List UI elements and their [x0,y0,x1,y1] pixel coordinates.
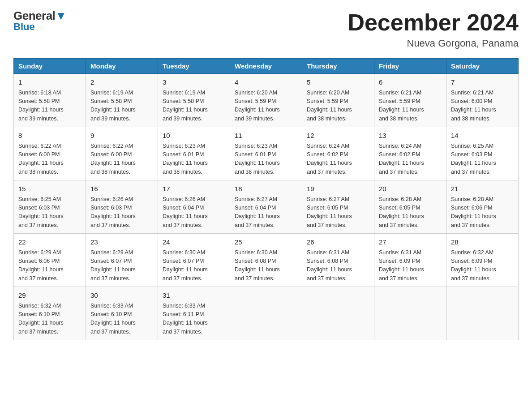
calendar-cell: 24Sunrise: 6:30 AMSunset: 6:07 PMDayligh… [158,234,230,287]
calendar-cell: 8Sunrise: 6:22 AMSunset: 6:00 PMDaylight… [14,127,86,180]
calendar-cell: 13Sunrise: 6:24 AMSunset: 6:02 PMDayligh… [374,127,446,180]
calendar-cell: 25Sunrise: 6:30 AMSunset: 6:08 PMDayligh… [230,234,302,287]
day-number: 31 [163,291,225,301]
day-number: 17 [163,184,225,194]
day-number: 7 [451,77,514,88]
day-number: 11 [235,131,297,141]
day-number: 29 [18,291,81,301]
calendar-cell: 3Sunrise: 6:19 AMSunset: 5:58 PMDaylight… [158,74,230,127]
day-number: 12 [307,131,369,141]
calendar-week-3: 15Sunrise: 6:25 AMSunset: 6:03 PMDayligh… [14,180,519,234]
day-info: Sunrise: 6:25 AMSunset: 6:03 PMDaylight:… [451,142,514,177]
calendar-cell: 18Sunrise: 6:27 AMSunset: 6:04 PMDayligh… [230,180,302,234]
calendar-cell [374,287,446,340]
calendar-week-2: 8Sunrise: 6:22 AMSunset: 6:00 PMDaylight… [14,127,519,180]
day-info: Sunrise: 6:21 AMSunset: 5:59 PMDaylight:… [379,89,442,124]
calendar-cell: 1Sunrise: 6:18 AMSunset: 5:58 PMDaylight… [14,74,86,127]
calendar-cell: 6Sunrise: 6:21 AMSunset: 5:59 PMDaylight… [374,74,446,127]
month-title: December 2024 [348,9,519,36]
calendar-cell: 15Sunrise: 6:25 AMSunset: 6:03 PMDayligh… [14,180,86,234]
day-info: Sunrise: 6:32 AMSunset: 6:10 PMDaylight:… [18,302,81,337]
day-info: Sunrise: 6:20 AMSunset: 5:59 PMDaylight:… [307,89,369,124]
day-info: Sunrise: 6:30 AMSunset: 6:08 PMDaylight:… [235,248,297,283]
day-number: 22 [18,237,81,248]
calendar-cell: 30Sunrise: 6:33 AMSunset: 6:10 PMDayligh… [86,287,158,340]
logo-bottom: Blue [13,21,35,33]
day-number: 25 [235,237,297,248]
calendar-week-4: 22Sunrise: 6:29 AMSunset: 6:06 PMDayligh… [14,234,519,287]
day-number: 23 [90,237,153,248]
day-info: Sunrise: 6:19 AMSunset: 5:58 PMDaylight:… [90,89,153,124]
calendar-cell [302,287,374,340]
calendar-cell: 23Sunrise: 6:29 AMSunset: 6:07 PMDayligh… [86,234,158,287]
calendar-cell: 17Sunrise: 6:26 AMSunset: 6:04 PMDayligh… [158,180,230,234]
title-area: December 2024 Nueva Gorgona, Panama [348,9,519,49]
day-number: 6 [379,77,442,88]
day-info: Sunrise: 6:30 AMSunset: 6:07 PMDaylight:… [163,248,225,283]
day-info: Sunrise: 6:27 AMSunset: 6:04 PMDaylight:… [235,195,297,230]
logo: General▼ Blue [13,9,67,33]
calendar-cell [230,287,302,340]
day-header-tuesday: Tuesday [158,59,230,74]
day-number: 1 [18,77,81,88]
day-info: Sunrise: 6:27 AMSunset: 6:05 PMDaylight:… [307,195,369,230]
day-info: Sunrise: 6:24 AMSunset: 6:02 PMDaylight:… [379,142,442,177]
day-header-wednesday: Wednesday [230,59,302,74]
calendar-cell [446,287,519,340]
calendar-table: SundayMondayTuesdayWednesdayThursdayFrid… [13,58,519,340]
day-number: 2 [90,77,153,88]
day-info: Sunrise: 6:23 AMSunset: 6:01 PMDaylight:… [235,142,297,177]
location: Nueva Gorgona, Panama [348,38,519,49]
calendar-cell: 28Sunrise: 6:32 AMSunset: 6:09 PMDayligh… [446,234,519,287]
day-info: Sunrise: 6:31 AMSunset: 6:09 PMDaylight:… [379,248,442,283]
day-number: 21 [451,184,514,194]
day-info: Sunrise: 6:24 AMSunset: 6:02 PMDaylight:… [307,142,369,177]
day-info: Sunrise: 6:33 AMSunset: 6:11 PMDaylight:… [163,302,225,337]
calendar-cell: 12Sunrise: 6:24 AMSunset: 6:02 PMDayligh… [302,127,374,180]
logo-arrow-icon: ▼ [55,9,66,22]
calendar-cell: 16Sunrise: 6:26 AMSunset: 6:03 PMDayligh… [86,180,158,234]
day-number: 19 [307,184,369,194]
calendar-cell: 10Sunrise: 6:23 AMSunset: 6:01 PMDayligh… [158,127,230,180]
day-number: 20 [379,184,442,194]
day-number: 5 [307,77,369,88]
calendar-cell: 21Sunrise: 6:28 AMSunset: 6:06 PMDayligh… [446,180,519,234]
calendar-week-5: 29Sunrise: 6:32 AMSunset: 6:10 PMDayligh… [14,287,519,340]
day-info: Sunrise: 6:19 AMSunset: 5:58 PMDaylight:… [163,89,225,124]
day-number: 4 [235,77,297,88]
day-info: Sunrise: 6:22 AMSunset: 6:00 PMDaylight:… [18,142,81,177]
day-info: Sunrise: 6:18 AMSunset: 5:58 PMDaylight:… [18,89,81,124]
day-header-thursday: Thursday [302,59,374,74]
day-header-friday: Friday [374,59,446,74]
day-number: 10 [163,131,225,141]
calendar-cell: 9Sunrise: 6:22 AMSunset: 6:00 PMDaylight… [86,127,158,180]
calendar-cell: 31Sunrise: 6:33 AMSunset: 6:11 PMDayligh… [158,287,230,340]
day-header-monday: Monday [86,59,158,74]
calendar-cell: 29Sunrise: 6:32 AMSunset: 6:10 PMDayligh… [14,287,86,340]
calendar-cell: 7Sunrise: 6:21 AMSunset: 6:00 PMDaylight… [446,74,519,127]
day-info: Sunrise: 6:29 AMSunset: 6:06 PMDaylight:… [18,248,81,283]
calendar-cell: 22Sunrise: 6:29 AMSunset: 6:06 PMDayligh… [14,234,86,287]
day-header-sunday: Sunday [14,59,86,74]
calendar-cell: 20Sunrise: 6:28 AMSunset: 6:05 PMDayligh… [374,180,446,234]
day-info: Sunrise: 6:21 AMSunset: 6:00 PMDaylight:… [451,89,514,124]
calendar-cell: 4Sunrise: 6:20 AMSunset: 5:59 PMDaylight… [230,74,302,127]
calendar-header: SundayMondayTuesdayWednesdayThursdayFrid… [14,59,519,74]
day-number: 3 [163,77,225,88]
day-number: 15 [18,184,81,194]
calendar-cell: 14Sunrise: 6:25 AMSunset: 6:03 PMDayligh… [446,127,519,180]
calendar-cell: 11Sunrise: 6:23 AMSunset: 6:01 PMDayligh… [230,127,302,180]
calendar-cell: 26Sunrise: 6:31 AMSunset: 6:08 PMDayligh… [302,234,374,287]
day-info: Sunrise: 6:32 AMSunset: 6:09 PMDaylight:… [451,248,514,283]
day-number: 24 [163,237,225,248]
day-info: Sunrise: 6:26 AMSunset: 6:03 PMDaylight:… [90,195,153,230]
day-number: 8 [18,131,81,141]
day-number: 27 [379,237,442,248]
day-info: Sunrise: 6:22 AMSunset: 6:00 PMDaylight:… [90,142,153,177]
day-number: 30 [90,291,153,301]
day-number: 14 [451,131,514,141]
calendar-cell: 19Sunrise: 6:27 AMSunset: 6:05 PMDayligh… [302,180,374,234]
day-info: Sunrise: 6:26 AMSunset: 6:04 PMDaylight:… [163,195,225,230]
day-info: Sunrise: 6:25 AMSunset: 6:03 PMDaylight:… [18,195,81,230]
day-number: 13 [379,131,442,141]
